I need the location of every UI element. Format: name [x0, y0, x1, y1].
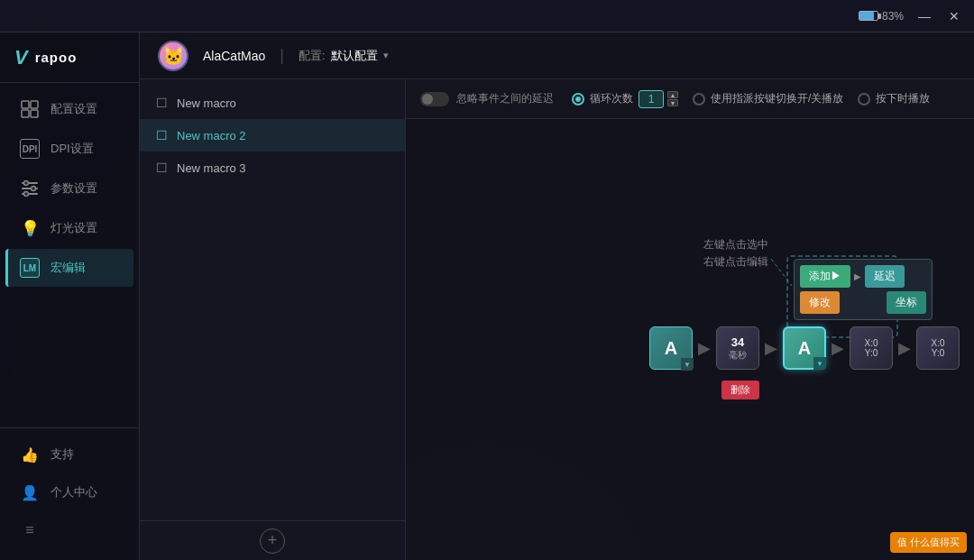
radio-hold-label: 按下时播放 — [876, 91, 930, 106]
battery-indicator: 83% — [859, 10, 904, 23]
node-coord1-y: Y:0 — [865, 348, 878, 358]
sidebar-item-label-support: 支持 — [51, 446, 74, 463]
titlebar: 83% — ✕ — [0, 0, 974, 32]
canvas-hint: 左键点击选中 右键点击编辑 — [703, 236, 768, 271]
macro-item-2[interactable]: ☐ New macro 2 — [140, 119, 405, 151]
add-macro-button[interactable]: + — [140, 520, 405, 560]
node-arrow-1: ▶ — [698, 338, 711, 358]
close-button[interactable]: ✕ — [945, 7, 963, 25]
loop-count-input: ▲ ▼ — [639, 90, 678, 108]
titlebar-controls: 83% — ✕ — [859, 7, 963, 25]
minimize-button[interactable]: — — [914, 7, 934, 25]
sidebar-item-label-profile: 个人中心 — [51, 484, 97, 500]
watermark-text: 值 什么值得买 — [897, 537, 960, 547]
macro-item-3[interactable]: ☐ New macro 3 — [140, 151, 405, 184]
node-key-a2-selected[interactable]: A ▼ — [783, 326, 826, 370]
sidebar-item-params[interactable]: 参数设置 — [5, 170, 133, 207]
popup-mark-button[interactable]: 坐标 — [887, 291, 926, 314]
delay-toggle-label: 忽略事件之间的延迟 — [456, 91, 554, 106]
popup-row-2: 修改 坐标 — [800, 291, 926, 314]
svg-point-9 — [24, 192, 29, 197]
node-coord-2[interactable]: X:0 Y:0 — [916, 326, 960, 370]
macro-list: ☐ New macro ☐ New macro 2 ☐ New macro 3 — [140, 79, 406, 560]
svg-line-10 — [771, 259, 792, 286]
node-delay-unit: 毫秒 — [729, 349, 747, 362]
macro-item-name-1: New macro — [177, 96, 236, 110]
svg-rect-0 — [22, 101, 29, 108]
profile-icon: 👤 — [20, 482, 40, 502]
node-coord-1[interactable]: X:0 Y:0 — [850, 326, 893, 370]
editor-toolbar: 忽略事件之间的延迟 循环次数 ▲ ▼ — [406, 79, 974, 119]
svg-rect-2 — [22, 110, 29, 117]
battery-fill — [859, 12, 874, 20]
header-config[interactable]: 配置: 默认配置 ▾ — [299, 48, 389, 64]
delete-button[interactable]: 删除 — [721, 381, 759, 399]
node-coord1-x: X:0 — [864, 338, 878, 348]
light-icon: 💡 — [20, 218, 40, 238]
loop-arrow-down[interactable]: ▼ — [667, 99, 678, 106]
content-header: 🐱 AlaCatMao | 配置: 默认配置 ▾ — [140, 32, 974, 79]
sidebar-item-profile[interactable]: 👤 个人中心 — [5, 473, 133, 511]
sidebar-item-support[interactable]: 👍 支持 — [5, 436, 133, 473]
hint-line2: 右键点击编辑 — [703, 253, 768, 271]
svg-point-7 — [24, 181, 29, 186]
popup-modify-button[interactable]: 修改 — [800, 291, 840, 314]
battery-percent: 83% — [882, 10, 904, 23]
svg-point-8 — [32, 187, 36, 191]
radio-loop[interactable]: 循环次数 ▲ ▼ — [572, 90, 678, 108]
add-macro-icon: + — [260, 528, 285, 554]
config-icon — [20, 99, 40, 119]
file-icon-3: ☐ — [156, 161, 168, 175]
sidebar-item-config[interactable]: 配置设置 — [5, 90, 133, 128]
battery-bar — [859, 11, 878, 21]
expand-icon: ≡ — [20, 520, 40, 540]
node-coord2-y: Y:0 — [932, 348, 944, 358]
radio-dot-toggle — [693, 93, 705, 106]
node-key-a1[interactable]: A ▼ — [649, 326, 693, 370]
node-delay-value: 34 — [731, 335, 744, 349]
config-dropdown-arrow[interactable]: ▾ — [383, 50, 389, 61]
svg-rect-1 — [31, 101, 38, 108]
node-delay[interactable]: 34 毫秒 — [716, 326, 759, 370]
node-key-a2-label: A — [798, 338, 811, 359]
radio-hold[interactable]: 按下时播放 — [858, 91, 930, 106]
radio-dot-loop — [572, 93, 584, 106]
username: AlaCatMao — [203, 49, 265, 63]
popup-delay-button[interactable]: 延迟 — [865, 265, 905, 288]
radio-toggle[interactable]: 使用指派按键切换开/关播放 — [693, 91, 843, 106]
node-down-arrow-a1: ▼ — [681, 358, 694, 371]
delay-toggle-switch[interactable] — [420, 92, 449, 106]
radio-loop-label: 循环次数 — [590, 91, 633, 106]
sidebar-bottom: 👍 支持 👤 个人中心 ≡ — [0, 427, 139, 560]
config-label: 配置: — [299, 48, 326, 64]
sidebar: V rapoo 配置设置 DPI — [0, 32, 140, 560]
node-row: A ▼ ▶ 34 毫秒 ▶ — [649, 326, 960, 370]
radio-toggle-label: 使用指派按键切换开/关播放 — [711, 91, 843, 106]
sidebar-item-label-params: 参数设置 — [51, 180, 97, 197]
macro-items: ☐ New macro ☐ New macro 2 ☐ New macro 3 — [140, 79, 405, 520]
popup-add-button[interactable]: 添加▶ — [800, 265, 850, 288]
logo-v-icon: V — [14, 46, 28, 69]
sidebar-item-expand[interactable]: ≡ — [5, 511, 133, 549]
sidebar-item-light[interactable]: 💡 灯光设置 — [5, 209, 133, 247]
params-icon — [20, 179, 40, 198]
sidebar-logo: V rapoo — [0, 32, 139, 83]
macro-item-1[interactable]: ☐ New macro — [140, 87, 405, 119]
sidebar-item-macro[interactable]: LM 宏编辑 — [5, 249, 133, 287]
sidebar-nav: 配置设置 DPI DPI设置 — [0, 83, 139, 427]
popup-row-1: 添加▶ ▶ 延迟 — [800, 265, 926, 288]
editor-canvas[interactable]: 左键点击选中 右键点击编辑 添 — [406, 119, 974, 560]
macro-item-name-2: New macro 2 — [177, 129, 246, 142]
node-key-a1-label: A — [665, 338, 677, 359]
content-area: 🐱 AlaCatMao | 配置: 默认配置 ▾ ☐ New mac — [140, 32, 974, 560]
loop-arrow-up[interactable]: ▲ — [667, 91, 678, 98]
sidebar-item-label-macro: 宏编辑 — [51, 260, 86, 276]
sidebar-item-dpi[interactable]: DPI DPI设置 — [5, 130, 133, 168]
macro-icon: LM — [20, 258, 40, 278]
watermark: 值 什么值得买 — [890, 532, 967, 553]
node-arrow-2: ▶ — [765, 338, 777, 358]
logo-rapoo-text: rapoo — [35, 50, 78, 65]
node-arrow-4: ▶ — [898, 338, 911, 358]
loop-count-field[interactable] — [639, 90, 664, 108]
context-popup: 添加▶ ▶ 延迟 修改 坐标 — [794, 259, 933, 320]
